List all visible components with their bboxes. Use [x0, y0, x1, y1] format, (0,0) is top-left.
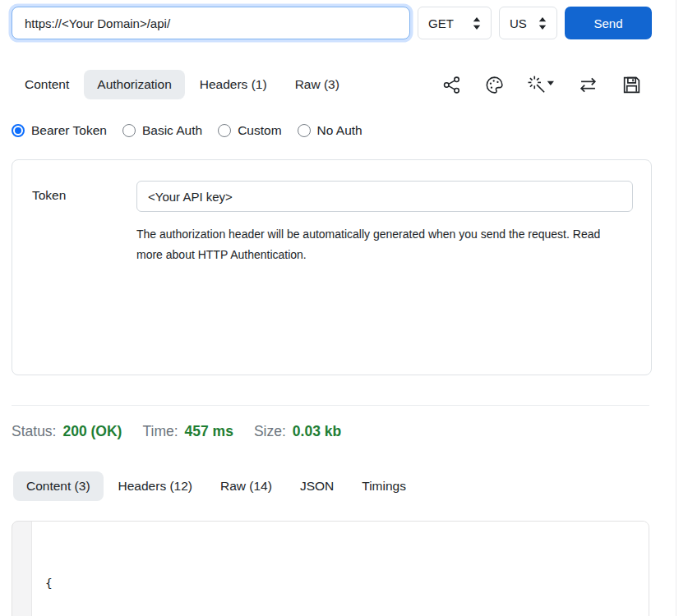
size-label: Size:: [254, 423, 286, 440]
tab-response-timings[interactable]: Timings: [349, 471, 419, 501]
request-toolbar: [441, 74, 652, 96]
tab-content[interactable]: Content: [12, 70, 82, 99]
response-body-card: { "message": "API running." }: [12, 521, 649, 616]
swap-arrows-icon[interactable]: [577, 74, 599, 96]
request-bar: GET US Send: [12, 7, 652, 39]
response-summary: Status: 200 (OK) Time: 457 ms Size: 0.03…: [12, 423, 652, 440]
tab-response-json[interactable]: JSON: [287, 471, 347, 501]
radio-custom[interactable]: Custom: [218, 123, 281, 138]
size-item: Size: 0.03 kb: [254, 423, 341, 440]
response-tabs: Content (3) Headers (12) Raw (14) JSON T…: [13, 471, 652, 501]
radio-bearer-token[interactable]: Bearer Token: [12, 123, 107, 138]
api-client-page: GET US Send Content Authorization Header…: [0, 0, 652, 616]
tab-response-headers[interactable]: Headers (12): [105, 471, 205, 501]
radio-selected-icon[interactable]: [12, 124, 25, 137]
auth-type-options: Bearer Token Basic Auth Custom No Auth: [12, 123, 652, 138]
send-button[interactable]: Send: [565, 7, 652, 39]
url-input[interactable]: [12, 7, 410, 39]
request-tabs: Content Authorization Headers (1) Raw (3…: [12, 70, 652, 99]
token-row: Token: [32, 181, 633, 212]
radio-label: No Auth: [317, 123, 362, 138]
status-value: 200 (OK): [62, 423, 122, 440]
save-icon[interactable]: [621, 75, 642, 95]
json-open-brace: {: [45, 573, 635, 594]
radio-label: Bearer Token: [31, 123, 107, 138]
status-label: Status:: [12, 423, 56, 440]
time-value: 457 ms: [185, 423, 233, 440]
radio-basic-auth[interactable]: Basic Auth: [122, 123, 202, 138]
tab-raw[interactable]: Raw (3): [282, 70, 353, 99]
auth-panel: Token The authorization header will be a…: [12, 159, 652, 375]
tab-response-content[interactable]: Content (3): [13, 471, 104, 501]
radio-no-auth[interactable]: No Auth: [298, 123, 362, 138]
section-divider: [12, 405, 649, 406]
radio-unselected-icon[interactable]: [122, 124, 136, 137]
size-value: 0.03 kb: [293, 423, 341, 440]
region-select-value: US: [510, 16, 527, 30]
palette-icon[interactable]: [484, 75, 505, 95]
updown-arrows-icon: [538, 17, 547, 30]
radio-label: Basic Auth: [142, 123, 202, 138]
page-edge-divider: [676, 0, 676, 616]
method-select-value: GET: [428, 16, 454, 30]
token-label: Token: [32, 181, 136, 212]
response-json-code: { "message": "API running." }: [31, 522, 649, 616]
tab-headers[interactable]: Headers (1): [187, 70, 280, 99]
token-input[interactable]: [136, 181, 633, 212]
tab-authorization[interactable]: Authorization: [84, 70, 184, 99]
radio-label: Custom: [238, 123, 281, 138]
auth-help-text: The authorization header will be automat…: [136, 224, 623, 265]
share-icon[interactable]: [441, 75, 462, 95]
method-select[interactable]: GET: [418, 7, 492, 39]
radio-unselected-icon[interactable]: [298, 124, 311, 137]
region-select[interactable]: US: [499, 7, 557, 39]
magic-wand-dropdown-icon[interactable]: [527, 75, 555, 95]
status-item: Status: 200 (OK): [12, 423, 122, 440]
tab-response-raw[interactable]: Raw (14): [207, 471, 285, 501]
time-label: Time:: [142, 423, 178, 440]
time-item: Time: 457 ms: [142, 423, 233, 440]
radio-unselected-icon[interactable]: [218, 124, 231, 137]
updown-arrows-icon: [473, 17, 481, 30]
